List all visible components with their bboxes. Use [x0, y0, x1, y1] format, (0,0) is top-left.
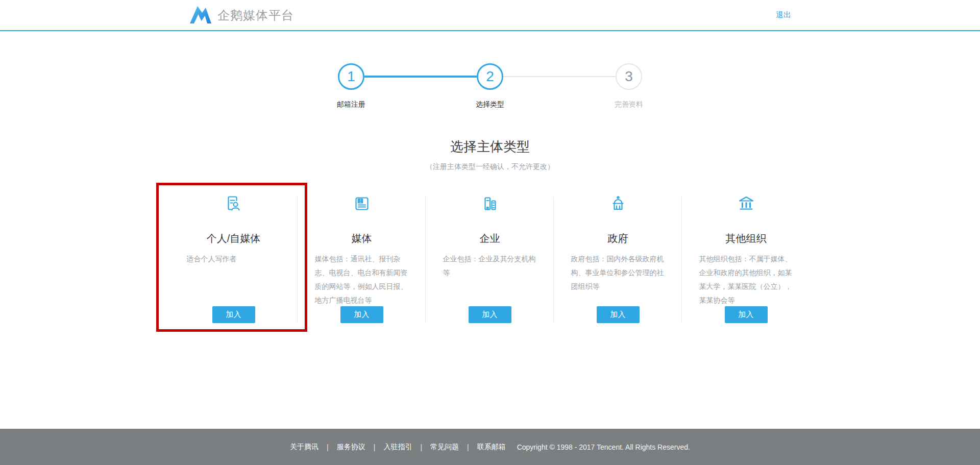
id-card-person-icon — [225, 194, 243, 213]
step-label-email-register: 邮箱注册 — [337, 100, 365, 109]
footer: 关于腾讯 | 服务协议 | 入驻指引 | 常见问题 | 联系邮箱 Copyrig… — [0, 429, 980, 465]
step-number-2: 2 — [486, 68, 494, 85]
card-description: 适合个人写作者 — [187, 252, 281, 266]
step-number-3: 3 — [625, 68, 633, 85]
type-card-list: 个人/自媒体 适合个人写作者 加入 媒体 媒体包括：通讯社、报刊杂志、电视台、电… — [169, 183, 810, 334]
step-circle-2: 2 — [477, 63, 503, 90]
penguin-media-logo-icon — [189, 4, 212, 27]
logo-text: 企鹅媒体平台 — [217, 7, 294, 23]
join-button-enterprise[interactable]: 加入 — [469, 306, 511, 323]
footer-link-onboarding-guide[interactable]: 入驻指引 — [383, 443, 412, 452]
step-label-complete-profile: 完善资料 — [615, 100, 643, 109]
government-dome-icon — [609, 194, 627, 213]
step-label-choose-type: 选择类型 — [476, 100, 504, 109]
card-other-organization[interactable]: 其他组织 其他组织包括：不属于媒体、企业和政府的其他组织，如某某大学，某某医院（… — [682, 183, 810, 334]
card-title: 企业 — [426, 232, 554, 246]
page-title: 选择主体类型 — [0, 138, 980, 156]
card-title: 个人/自媒体 — [169, 232, 298, 246]
card-description: 政府包括：国内外各级政府机构、事业单位和参公管理的社团组织等 — [571, 252, 665, 293]
footer-separator: | — [327, 443, 329, 451]
step-connector-1-2 — [364, 76, 477, 78]
footer-link-contact-email[interactable]: 联系邮箱 — [477, 443, 506, 452]
footer-link-about-tencent[interactable]: 关于腾讯 — [290, 443, 318, 452]
footer-separator: | — [420, 443, 422, 451]
card-description: 企业包括：企业及其分支机构等 — [443, 252, 537, 280]
join-button-other[interactable]: 加入 — [725, 306, 768, 323]
footer-separator: | — [467, 443, 469, 451]
card-title: 其他组织 — [682, 232, 810, 246]
card-description: 其他组织包括：不属于媒体、企业和政府的其他组织，如某某大学，某某医院（公立），某… — [699, 252, 793, 307]
page-subtitle: （注册主体类型一经确认，不允许更改） — [0, 162, 980, 172]
newspaper-icon — [353, 194, 371, 213]
step-connector-2-3 — [503, 76, 616, 77]
card-media[interactable]: 媒体 媒体包括：通讯社、报刊杂志、电视台、电台和有新闻资质的网站等，例如人民日报… — [298, 183, 426, 334]
copyright-text: Copyright © 1998 - 2017 Tencent. All Rig… — [517, 443, 690, 451]
card-title: 政府 — [554, 232, 682, 246]
card-description: 媒体包括：通讯社、报刊杂志、电视台、电台和有新闻资质的网站等，例如人民日报、地方… — [315, 252, 409, 307]
step-indicator: 1 2 3 — [338, 63, 642, 90]
join-button-personal[interactable]: 加入 — [212, 306, 255, 323]
logout-link[interactable]: 退出 — [776, 10, 791, 20]
step-number-1: 1 — [347, 68, 355, 85]
card-personal-self-media[interactable]: 个人/自媒体 适合个人写作者 加入 — [169, 183, 298, 334]
step-circle-1: 1 — [338, 63, 364, 90]
join-button-government[interactable]: 加入 — [597, 306, 640, 323]
card-title: 媒体 — [298, 232, 426, 246]
classical-building-icon — [737, 194, 755, 213]
header: 企鹅媒体平台 退出 — [0, 0, 980, 31]
buildings-icon — [481, 194, 499, 213]
card-enterprise[interactable]: 企业 企业包括：企业及其分支机构等 加入 — [426, 183, 554, 334]
footer-link-faq[interactable]: 常见问题 — [430, 443, 459, 452]
logo[interactable]: 企鹅媒体平台 — [189, 4, 294, 27]
card-government[interactable]: 政府 政府包括：国内外各级政府机构、事业单位和参公管理的社团组织等 加入 — [554, 183, 682, 334]
join-button-media[interactable]: 加入 — [340, 306, 383, 323]
step-circle-3: 3 — [616, 63, 642, 90]
footer-separator: | — [374, 443, 376, 451]
footer-link-service-agreement[interactable]: 服务协议 — [337, 443, 365, 452]
